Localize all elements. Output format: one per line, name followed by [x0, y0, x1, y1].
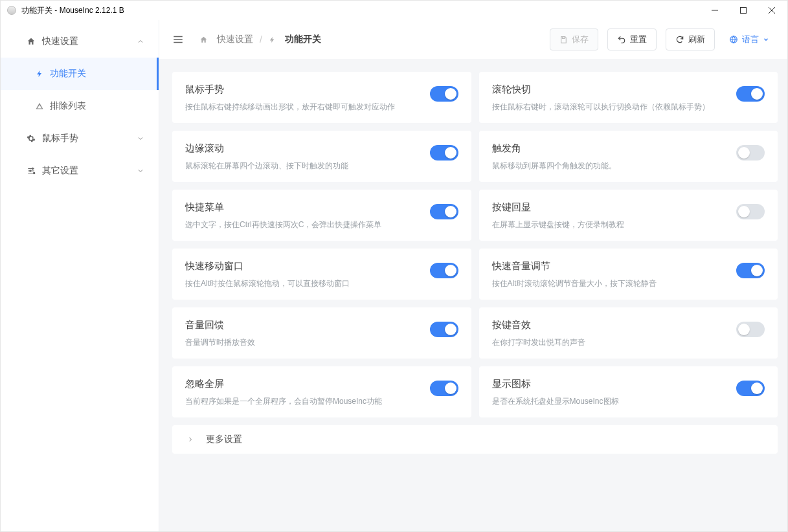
- setting-toggle[interactable]: [430, 322, 458, 337]
- bolt-icon: [36, 70, 43, 78]
- chevron-down-icon: [137, 135, 144, 142]
- gear-icon: [27, 134, 36, 143]
- setting-title: 触发角: [492, 142, 724, 155]
- svg-point-1: [32, 168, 33, 169]
- setting-desc: 按住Alt时按住鼠标滚轮拖动，可以直接移动窗口: [185, 278, 417, 289]
- setting-card: 边缘滚动鼠标滚轮在屏幕四个边滚动、按下时触发的功能: [172, 131, 471, 182]
- setting-title: 边缘滚动: [185, 142, 417, 155]
- content: 鼠标手势按住鼠标右键持续移动画出形状，放开右键即可触发对应动作滚轮快切按住鼠标右…: [159, 59, 787, 531]
- language-button[interactable]: 语言: [724, 28, 774, 50]
- setting-card: 快速音量调节按住Alt时滚动滚轮调节音量大小，按下滚轮静音: [479, 249, 778, 300]
- chevron-right-icon: [186, 436, 194, 443]
- setting-card: 快速移动窗口按住Alt时按住鼠标滚轮拖动，可以直接移动窗口: [172, 249, 471, 300]
- setting-card: 显示图标是否在系统托盘处显示MouseInc图标: [479, 366, 778, 417]
- maximize-icon: [740, 7, 747, 14]
- setting-card: 触发角鼠标移动到屏幕四个角触发的功能。: [479, 131, 778, 182]
- setting-toggle[interactable]: [430, 86, 458, 102]
- setting-title: 显示图标: [492, 378, 724, 390]
- language-label: 语言: [742, 34, 759, 45]
- chevron-down-icon: [137, 167, 144, 175]
- setting-desc: 在屏幕上显示键盘按键，方便录制教程: [492, 219, 724, 230]
- menu-button[interactable]: [172, 34, 184, 45]
- setting-desc: 在你打字时发出悦耳的声音: [492, 337, 724, 348]
- setting-title: 音量回馈: [185, 319, 417, 331]
- sidebar-group-gesture[interactable]: 鼠标手势: [1, 122, 159, 155]
- setting-desc: 鼠标滚轮在屏幕四个边滚动、按下时触发的功能: [185, 160, 417, 172]
- setting-title: 按键音效: [492, 319, 724, 331]
- setting-desc: 当前程序如果是一个全屏程序，会自动暂停MouseInc功能: [185, 395, 417, 407]
- setting-toggle[interactable]: [430, 145, 458, 161]
- chevron-down-icon: [763, 36, 769, 43]
- breadcrumb: 快速设置 / 功能开关: [199, 34, 321, 45]
- bolt-icon: [269, 36, 276, 43]
- minimize-button[interactable]: [701, 1, 729, 20]
- setting-title: 滚轮快切: [492, 83, 724, 96]
- setting-card: 鼠标手势按住鼠标右键持续移动画出形状，放开右键即可触发对应动作: [172, 72, 471, 123]
- refresh-icon: [675, 35, 684, 44]
- breadcrumb-sep: /: [260, 34, 262, 45]
- app-icon: [7, 6, 16, 15]
- setting-desc: 按住鼠标右键持续移动画出形状，放开右键即可触发对应动作: [185, 101, 417, 113]
- setting-toggle[interactable]: [736, 145, 765, 161]
- save-label: 保存: [572, 34, 589, 45]
- chevron-up-icon: [137, 38, 144, 45]
- save-button[interactable]: 保存: [550, 28, 598, 50]
- sidebar-item-label: 排除列表: [50, 100, 86, 112]
- more-label: 更多设置: [206, 434, 242, 445]
- setting-card: 按键回显在屏幕上显示键盘按键，方便录制教程: [479, 190, 778, 241]
- refresh-button[interactable]: 刷新: [666, 28, 715, 50]
- warning-icon: [36, 102, 43, 110]
- reset-button[interactable]: 重置: [607, 28, 657, 50]
- close-icon: [769, 7, 775, 14]
- setting-title: 快速音量调节: [492, 260, 724, 272]
- sliders-icon: [27, 166, 36, 175]
- reset-label: 重置: [630, 34, 647, 45]
- sidebar-item-label: 功能开关: [50, 68, 86, 80]
- svg-point-3: [34, 172, 35, 173]
- maximize-button[interactable]: [729, 1, 758, 20]
- setting-desc: 按住Alt时滚动滚轮调节音量大小，按下滚轮静音: [492, 278, 724, 289]
- minimize-icon: [712, 7, 718, 14]
- setting-card: 按键音效在你打字时发出悦耳的声音: [479, 307, 778, 359]
- globe-icon: [729, 35, 738, 44]
- sidebar: 快速设置 功能开关 排除列表 鼠标手势: [1, 20, 159, 531]
- setting-desc: 鼠标移动到屏幕四个角触发的功能。: [492, 160, 724, 172]
- breadcrumb-current: 功能开关: [285, 34, 321, 45]
- setting-desc: 音量调节时播放音效: [185, 337, 417, 348]
- setting-toggle[interactable]: [736, 263, 765, 278]
- window-titlebar: 功能开关 - MouseInc 2.12.1 B: [1, 1, 787, 20]
- close-button[interactable]: [758, 1, 786, 20]
- sidebar-item-switch[interactable]: 功能开关: [1, 58, 159, 90]
- window-title: 功能开关 - MouseInc 2.12.1 B: [21, 5, 124, 16]
- sidebar-group-quick[interactable]: 快速设置: [1, 25, 159, 58]
- breadcrumb-root[interactable]: 快速设置: [217, 34, 253, 45]
- more-settings[interactable]: 更多设置: [172, 425, 778, 454]
- refresh-label: 刷新: [688, 34, 705, 45]
- home-icon: [199, 36, 208, 44]
- topbar: 快速设置 / 功能开关 保存 重置: [159, 20, 787, 59]
- setting-toggle[interactable]: [430, 204, 458, 219]
- svg-point-2: [30, 170, 31, 172]
- home-icon: [27, 37, 36, 46]
- setting-toggle[interactable]: [430, 381, 458, 396]
- setting-card: 忽略全屏当前程序如果是一个全屏程序，会自动暂停MouseInc功能: [172, 366, 471, 417]
- setting-toggle[interactable]: [736, 86, 765, 102]
- undo-icon: [617, 35, 626, 44]
- setting-card: 音量回馈音量调节时播放音效: [172, 307, 471, 359]
- setting-toggle[interactable]: [736, 204, 765, 219]
- sidebar-group-other[interactable]: 其它设置: [1, 155, 159, 187]
- setting-toggle[interactable]: [736, 322, 765, 337]
- setting-desc: 是否在系统托盘处显示MouseInc图标: [492, 395, 724, 407]
- setting-toggle[interactable]: [736, 381, 765, 396]
- setting-title: 忽略全屏: [185, 378, 417, 390]
- setting-desc: 选中文字，按住Ctrl再快速按两次C，会弹出快捷操作菜单: [185, 219, 417, 230]
- setting-toggle[interactable]: [430, 263, 458, 278]
- setting-card: 滚轮快切按住鼠标右键时，滚动滚轮可以执行切换动作（依赖鼠标手势）: [479, 72, 778, 123]
- setting-title: 快捷菜单: [185, 201, 417, 214]
- setting-desc: 按住鼠标右键时，滚动滚轮可以执行切换动作（依赖鼠标手势）: [492, 101, 724, 113]
- sidebar-item-exclude[interactable]: 排除列表: [1, 90, 159, 122]
- save-icon: [559, 36, 568, 44]
- setting-card: 快捷菜单选中文字，按住Ctrl再快速按两次C，会弹出快捷操作菜单: [172, 190, 471, 241]
- svg-rect-0: [741, 8, 747, 14]
- setting-title: 按键回显: [492, 201, 724, 214]
